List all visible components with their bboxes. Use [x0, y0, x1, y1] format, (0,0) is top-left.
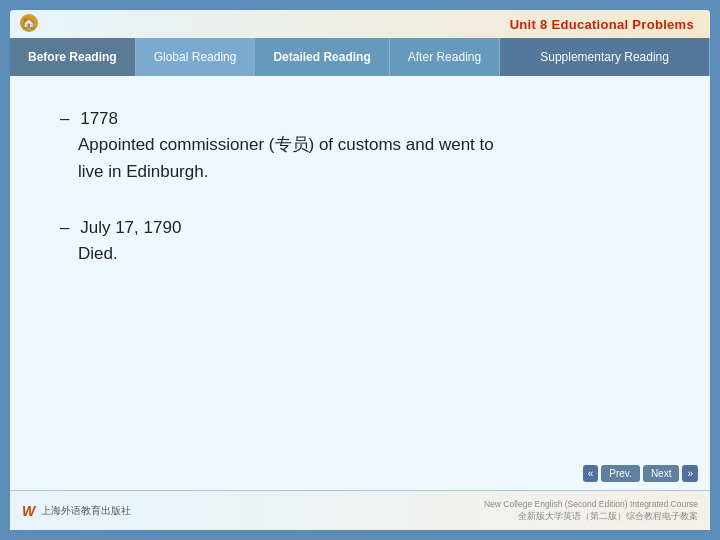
course-info: New College English (Second Edition) Int…	[484, 499, 698, 521]
course-line2: 全新版大学英语（第二版）综合教程电子教案	[518, 511, 698, 522]
bottom-bar: W 上海外语教育出版社 New College English (Second …	[10, 490, 710, 530]
year-1778: 1778	[80, 109, 118, 128]
home-icon[interactable]: 🏠	[20, 14, 38, 32]
dash-2: –	[60, 218, 69, 237]
w-logo: W	[22, 503, 35, 519]
bullet1-line3: live in Edinburgh.	[78, 162, 208, 181]
content-block-1778: – 1778 Appointed commissioner (专员) of cu…	[60, 106, 670, 185]
prev-button[interactable]: Prev.	[601, 465, 640, 482]
top-bar: 🏠 Unit 8 Educational Problems	[10, 10, 710, 38]
first-page-button[interactable]: «	[583, 465, 599, 482]
tab-supplementary-reading[interactable]: Supplementary Reading	[500, 38, 710, 76]
bullet2-line2: Died.	[78, 244, 118, 263]
tab-after-reading[interactable]: After Reading	[390, 38, 500, 76]
unit-title: Unit 8 Educational Problems	[510, 17, 694, 32]
tab-before-reading[interactable]: Before Reading	[10, 38, 136, 76]
date-july: July 17, 1790	[80, 218, 181, 237]
nav-buttons: « Prev. Next »	[583, 465, 698, 482]
publisher-area: W 上海外语教育出版社	[22, 503, 131, 519]
nav-tabs: Before Reading Global Reading Detailed R…	[10, 38, 710, 76]
content-area: – 1778 Appointed commissioner (专员) of cu…	[10, 76, 710, 490]
bullet1-line2: Appointed commissioner (专员) of customs a…	[78, 135, 494, 154]
content-block-died: – July 17, 1790 Died.	[60, 215, 670, 268]
tab-detailed-reading[interactable]: Detailed Reading	[255, 38, 389, 76]
main-frame: 🏠 Unit 8 Educational Problems Before Rea…	[10, 10, 710, 530]
last-page-button[interactable]: »	[682, 465, 698, 482]
publisher-name: 上海外语教育出版社	[41, 504, 131, 518]
dash-1: –	[60, 109, 69, 128]
next-button[interactable]: Next	[643, 465, 680, 482]
course-line1: New College English (Second Edition) Int…	[484, 499, 698, 510]
tab-global-reading[interactable]: Global Reading	[136, 38, 256, 76]
